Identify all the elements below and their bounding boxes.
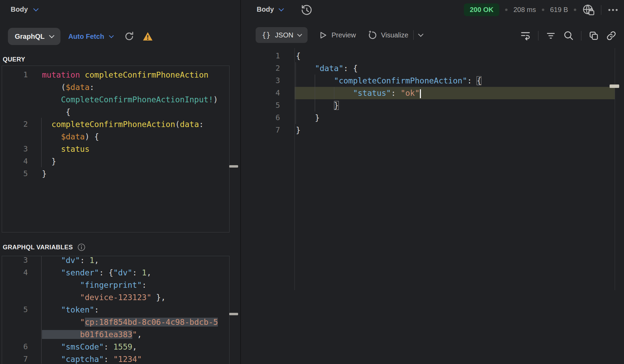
code-token [42,355,61,364]
code-text: } [28,168,47,180]
graphql-query-editor[interactable]: 1mutation completeConfirmPhoneAction ($d… [2,66,230,232]
line-number: 2 [2,118,28,130]
permalink-button[interactable] [606,31,616,41]
auto-fetch-dropdown[interactable]: Auto Fetch [68,33,113,41]
line-number: 5 [241,99,280,112]
info-icon [77,243,86,252]
code-text: "fingerprint": [28,279,147,291]
code-token: : [199,120,204,129]
code-token: { [296,52,301,60]
visualize-button[interactable]: Visualize [367,30,409,40]
code-token: "device-123123" [80,293,152,302]
code-token: "dv" [61,256,80,265]
response-format-dropdown[interactable]: {} JSON [256,27,308,43]
format-label: JSON [275,31,293,39]
refresh-icon [124,31,135,42]
code-token [42,318,80,327]
word-wrap-icon [520,30,531,41]
line-number [2,316,28,328]
code-text: "cp:18f854bd-8c06-4c98-bdcb-5 [28,316,218,328]
response-pane: Body 200 OK 208 ms 619 B [241,0,624,364]
globe-lock-icon [582,4,595,16]
filter-response-button[interactable] [546,31,556,41]
code-token: cp:18f854bd-8c06-4c98-bdcb-5 [85,318,218,327]
code-token: : [391,89,401,98]
filter-icon [546,31,556,41]
code-line: 3 "dv": 1, [2,256,229,266]
variables-pane-resize-handle[interactable] [229,313,238,315]
code-token [42,268,61,277]
indent-guide [315,75,315,112]
variables-help-button[interactable] [77,243,86,252]
search-response-button[interactable] [563,30,574,41]
schema-warning-button[interactable] [143,32,153,41]
code-token: status [61,145,89,153]
divider [601,5,601,15]
line-number [2,291,28,304]
code-token: , [132,342,137,351]
code-line: b01f61ea383", [2,328,229,341]
code-text: "sender": {"dv": 1, [28,266,152,279]
visualize-chevron-down-icon[interactable] [418,32,424,37]
code-token [42,305,61,314]
code-line: 3 "completeConfirmPhoneAction": { [241,75,615,87]
refetch-button[interactable] [124,31,135,42]
request-body-dropdown[interactable]: Body [11,5,38,13]
code-line: 5 "token": [2,304,229,316]
response-body-editor[interactable]: 1{2 "data": {3 "completeConfirmPhoneActi… [241,50,615,136]
code-text: CompleteConfirmPhoneActionInput!) [28,93,218,106]
code-token [42,293,80,302]
code-token: "1234" [113,355,142,364]
code-token: } [296,113,320,122]
code-line: 4 } [2,155,229,168]
dot-separator [542,9,544,11]
code-token: ) { [85,132,99,141]
code-line: ($data: [2,81,229,93]
code-token: : [132,268,142,277]
line-number: 5 [2,168,28,180]
line-number: 2 [241,62,280,75]
line-number: 3 [2,256,28,266]
response-more-menu-button[interactable] [607,6,619,14]
line-number: 4 [2,155,28,168]
code-token: "completeConfirmPhoneAction" [334,76,467,85]
request-pane: Body Cookies GraphQL Auto Fetch QUE [0,0,240,364]
response-body-dropdown[interactable]: Body [257,5,283,13]
code-text: } [280,112,320,124]
response-history-button[interactable] [300,4,313,17]
code-token [42,95,61,104]
graphql-variables-editor[interactable]: 3 "dv": 1,4 "sender": {"dv": 1, "fingerp… [2,256,230,364]
query-pane-resize-handle[interactable] [229,165,238,168]
code-line: 7 "captcha": "1234" [2,353,229,364]
code-token: "smsCode" [61,342,104,351]
graphql-body-type-dropdown[interactable]: GraphQL [8,28,60,45]
dot-separator [574,9,576,11]
text-cursor [420,89,421,98]
response-time: 208 ms [513,6,536,14]
code-token: } [42,169,47,178]
code-token: " [132,330,137,339]
code-text: } [280,124,301,136]
copy-response-button[interactable] [589,31,599,41]
code-token: "status" [353,89,391,98]
code-token [296,64,315,73]
line-number: 3 [241,75,280,87]
status-badge: 200 OK [464,3,499,16]
wrap-lines-button[interactable] [520,30,531,41]
preview-label: Preview [332,31,356,39]
code-text: status [28,143,89,155]
code-token: "ok" [401,89,420,98]
scrollbar-thumb[interactable] [610,84,619,88]
indent-guide [41,256,42,364]
preview-button[interactable]: Preview [318,31,356,40]
connection-security-button[interactable] [582,4,595,16]
code-token: "fingerprint" [80,281,142,289]
code-line: 6 "smsCode": 1559, [2,341,229,353]
code-token: "sender" [61,268,99,277]
chevron-down-icon [279,6,284,11]
code-token [42,256,61,265]
code-token: completeConfirmPhoneAction [52,120,175,129]
code-line: 4 "status": "ok" [241,87,615,99]
code-text: b01f61ea383", [28,328,142,341]
history-icon [300,4,313,17]
